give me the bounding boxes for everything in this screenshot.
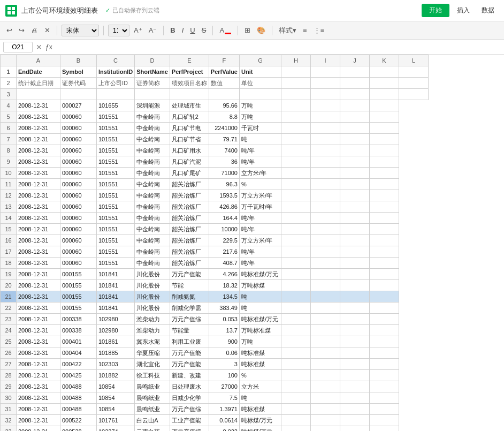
cell-empty[interactable] (340, 336, 369, 347)
cell-symbol[interactable]: 000060 (60, 224, 97, 235)
cell-inst-id[interactable]: 101841 (97, 269, 135, 280)
cell-empty[interactable] (281, 224, 310, 235)
cell-empty[interactable] (369, 325, 399, 336)
cell-inst-id[interactable]: 10854 (97, 404, 135, 415)
cell-short-name[interactable]: 潍柴动力 (135, 325, 170, 336)
cell-short-name[interactable]: 中金岭南 (135, 190, 170, 201)
cell-empty[interactable] (281, 325, 310, 336)
col-header-c[interactable]: C (97, 55, 135, 66)
cell-unit[interactable]: % (239, 370, 281, 381)
cell-date[interactable]: 2008-12-31 (17, 303, 60, 314)
spreadsheet-container[interactable]: A B C D E F G H I J K L 1EndDateSymbolIn… (0, 55, 504, 431)
header1-col-11[interactable] (399, 66, 428, 78)
cell-inst-id[interactable]: 101841 (97, 291, 135, 303)
cell-date[interactable]: 2008-12-31 (17, 381, 60, 392)
row3-col-0[interactable] (17, 89, 60, 100)
cell-empty[interactable] (281, 201, 310, 213)
cell-empty[interactable] (310, 213, 340, 224)
cell-short-name[interactable]: 潍柴动力 (135, 314, 170, 325)
cell-empty[interactable] (281, 381, 310, 392)
cell-empty[interactable] (310, 314, 340, 325)
cell-inst-id[interactable]: 101841 (97, 280, 135, 291)
cell-symbol[interactable]: 000404 (60, 347, 97, 359)
cell-empty[interactable] (340, 111, 369, 123)
italic-button[interactable]: I (180, 25, 186, 35)
cell-empty[interactable] (340, 392, 369, 404)
cell-unit[interactable]: 立方米 (239, 381, 281, 392)
align-left-button[interactable]: ≡ (301, 25, 309, 35)
cell-perf-value[interactable]: 0.053 (209, 314, 239, 325)
font-selector[interactable]: 宋体 (62, 25, 99, 36)
cell-unit[interactable]: 万吨 (239, 336, 281, 347)
cell-empty[interactable] (369, 168, 399, 179)
cell-short-name[interactable]: 湖北宜化 (135, 359, 170, 370)
header1-col-8[interactable] (310, 66, 340, 78)
cell-unit[interactable]: 吨/年 (239, 224, 281, 235)
cell-perf-project[interactable]: 凡口矿汽泥 (170, 156, 209, 168)
cell-inst-id[interactable]: 101841 (97, 303, 135, 314)
font-size-selector[interactable]: 11 (108, 25, 129, 36)
cell-empty[interactable] (310, 235, 340, 246)
font-shrink-button[interactable]: A⁻ (147, 25, 159, 35)
col-header-f[interactable]: F (209, 55, 239, 66)
cell-date[interactable]: 2008-12-31 (17, 168, 60, 179)
col-header-j[interactable]: J (340, 55, 369, 66)
cell-empty[interactable] (369, 370, 399, 381)
cell-empty[interactable] (369, 303, 399, 314)
cell-empty[interactable] (369, 190, 399, 201)
cell-symbol[interactable]: 000060 (60, 179, 97, 190)
cell-empty[interactable] (369, 381, 399, 392)
data-button[interactable]: 数据 (477, 4, 499, 17)
cell-inst-id[interactable]: 102274 (97, 426, 135, 432)
cell-inst-id[interactable]: 101551 (97, 111, 135, 123)
cell-date[interactable]: 2008-12-31 (17, 235, 60, 246)
cell-date[interactable]: 2008-12-31 (17, 392, 60, 404)
cell-date[interactable]: 2008-12-31 (17, 347, 60, 359)
cell-inst-id[interactable]: 101761 (97, 415, 135, 426)
cell-short-name[interactable]: 中金岭南 (135, 224, 170, 235)
cell-symbol[interactable]: 000155 (60, 280, 97, 291)
header2-col-7[interactable] (281, 78, 310, 89)
cell-perf-value[interactable]: 134.5 (209, 291, 239, 303)
cell-empty[interactable] (369, 258, 399, 269)
cell-empty[interactable] (281, 392, 310, 404)
cell-empty[interactable] (310, 179, 340, 190)
cell-empty[interactable] (369, 347, 399, 359)
cell-inst-id[interactable]: 101655 (97, 100, 135, 111)
cell-empty[interactable] (310, 280, 340, 291)
cell-empty[interactable] (340, 134, 369, 145)
cell-empty[interactable] (281, 347, 310, 359)
cell-perf-project[interactable]: 节能 (170, 280, 209, 291)
cell-perf-value[interactable]: 13.7 (209, 325, 239, 336)
cell-perf-project[interactable]: 利用工业废 (170, 336, 209, 347)
cell-perf-value[interactable]: 79.71 (209, 134, 239, 145)
cell-perf-value[interactable]: 2241000 (209, 123, 239, 134)
header2-col-11[interactable] (399, 78, 428, 89)
cell-empty[interactable] (369, 404, 399, 415)
strikethrough-button[interactable]: S (200, 25, 209, 35)
header1-col-3[interactable]: ShortName (135, 66, 170, 78)
start-button[interactable]: 开始 (422, 4, 449, 17)
cell-empty[interactable] (310, 404, 340, 415)
cell-date[interactable]: 2008-12-31 (17, 213, 60, 224)
cell-perf-project[interactable]: 万元产值综 (170, 426, 209, 432)
cell-empty[interactable] (340, 145, 369, 156)
cell-date[interactable]: 2008-12-31 (17, 336, 60, 347)
cell-unit[interactable]: 吨标准煤/万元 (239, 269, 281, 280)
col-header-g[interactable]: G (239, 55, 281, 66)
cell-empty[interactable] (340, 246, 369, 258)
cell-short-name[interactable]: 晨鸣纸业 (135, 381, 170, 392)
cell-empty[interactable] (281, 359, 310, 370)
cell-inst-id[interactable]: 101861 (97, 336, 135, 347)
cell-unit[interactable]: 吨标准煤 (239, 359, 281, 370)
header1-col-1[interactable]: Symbol (60, 66, 97, 78)
row3-col-6[interactable] (239, 89, 281, 100)
cell-empty[interactable] (310, 224, 340, 235)
cell-unit[interactable]: 千瓦时 (239, 123, 281, 134)
cell-short-name[interactable]: 晨鸣纸业 (135, 392, 170, 404)
header2-col-8[interactable] (310, 78, 340, 89)
cell-unit[interactable]: 吨标准煤/万元 (239, 314, 281, 325)
cell-date[interactable]: 2008-12-31 (17, 291, 60, 303)
cell-empty[interactable] (340, 280, 369, 291)
cell-symbol[interactable]: 000060 (60, 111, 97, 123)
